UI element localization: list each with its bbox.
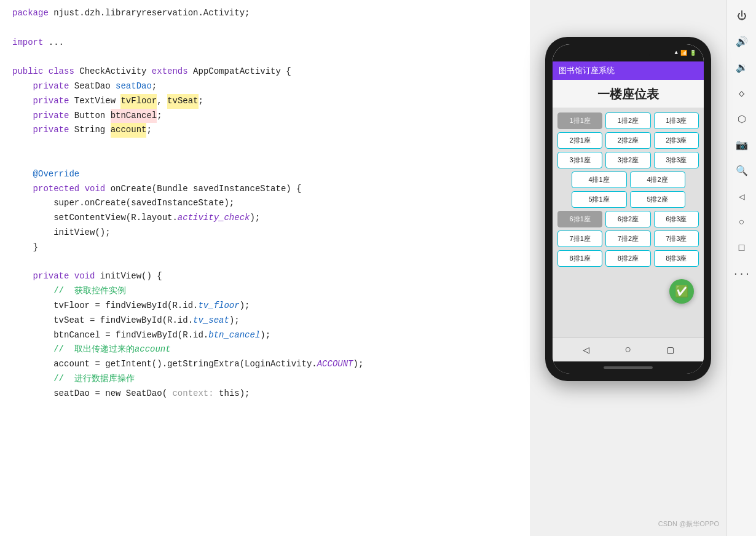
protected-keyword: protected [33, 182, 80, 197]
code-line: private SeatDao seatDao; [12, 79, 518, 94]
camera-icon[interactable]: 📷 [733, 136, 750, 154]
code-line: setContentView(R.layout.activity_check); [12, 211, 518, 226]
keyword: public [12, 65, 49, 79]
seat-3-2[interactable]: 3排2座 [605, 152, 650, 168]
code-line: tvSeat = findViewById(R.id.tv_seat); [12, 313, 518, 328]
seat-3-3[interactable]: 3排3座 [654, 152, 699, 168]
status-icons: ▲ 📶 🔋 [675, 50, 696, 57]
seat-1-3[interactable]: 1排3座 [654, 112, 699, 129]
more-dots-icon[interactable]: ··· [733, 266, 750, 283]
app-title: 一楼座位表 [553, 80, 704, 108]
seat-2-1[interactable]: 2排1座 [557, 132, 602, 149]
seat-5-1[interactable]: 5排1座 [572, 191, 627, 208]
code-line: private String account; [12, 123, 518, 138]
code-line: seatDao = new SeatDao( context: this); [12, 387, 518, 401]
code-area: package njust.dzh.libraryreservation.Act… [0, 0, 530, 536]
keyword: package [12, 6, 53, 21]
zoom-icon[interactable]: 🔍 [733, 162, 750, 179]
code-line: // 获取控件实例 [12, 284, 518, 299]
phone-screen: 2:37 ▲ 📶 🔋 图书馆订座系统 一楼座位表 1排1座 1排2 [553, 44, 704, 374]
seat-row-1: 1排1座 1排2座 1排3座 [557, 112, 699, 129]
seat-4-2[interactable]: 4排2座 [630, 171, 685, 188]
seat-1-1[interactable]: 1排1座 [557, 112, 602, 129]
code-line: super.onCreate(savedInstanceState); [12, 196, 518, 211]
code-line [12, 152, 518, 167]
seat-8-1[interactable]: 8排1座 [557, 250, 602, 267]
seat-7-2[interactable]: 7排2座 [605, 231, 650, 247]
seat-5-2[interactable]: 5排2座 [630, 191, 685, 208]
fab-button[interactable]: ✅ [669, 279, 694, 304]
nav-home-icon[interactable]: ○ [625, 344, 632, 356]
right-sidebar: ⏻ 🔊 🔉 ◇ ⬡ 📷 🔍 ◁ ○ □ ··· [726, 0, 756, 536]
seat-1-2[interactable]: 1排2座 [605, 112, 650, 129]
phone-notch [607, 49, 650, 61]
code-line: // 进行数据库操作 [12, 372, 518, 387]
seat-row-2: 2排1座 2排2座 2排3座 [557, 132, 699, 149]
phone-area: 2:37 ▲ 📶 🔋 图书馆订座系统 一楼座位表 1排1座 1排2 [530, 0, 726, 536]
home-bar [553, 361, 704, 374]
code-line: private void initView() { [12, 269, 518, 284]
power-icon[interactable]: ⏻ [733, 7, 750, 25]
seat-row-3: 3排1座 3排2座 3排3座 [557, 152, 699, 168]
seat-6-1[interactable]: 6排1座 [557, 211, 602, 227]
seat-7-3[interactable]: 7排3座 [654, 231, 699, 247]
code-line: // 取出传递过来的account [12, 342, 518, 357]
code-line: @Override [12, 167, 518, 182]
code-line: account = getIntent().getStringExtra(Log… [12, 357, 518, 372]
square-icon[interactable]: □ [733, 240, 750, 257]
nav-back-icon[interactable]: ◁ [583, 343, 589, 357]
code-line [12, 138, 518, 152]
seat-8-2[interactable]: 8排2座 [605, 250, 650, 267]
code-line: import ... [12, 36, 518, 50]
seat-2-2[interactable]: 2排2座 [605, 132, 650, 149]
app-name: 图书馆订座系统 [559, 66, 615, 75]
keyword: import [12, 36, 49, 50]
eraser-icon[interactable]: ⬡ [733, 111, 750, 128]
seat-7-1[interactable]: 7排1座 [557, 231, 602, 247]
nav-bar: ◁ ○ ▢ [553, 337, 704, 361]
seat-row-8: 8排1座 8排2座 8排3座 [557, 250, 699, 267]
seat-6-2[interactable]: 6排2座 [605, 211, 650, 227]
comment: // 获取控件实例 [12, 284, 126, 299]
seat-3-1[interactable]: 3排1座 [557, 152, 602, 168]
code-line: protected void onCreate(Bundle savedInst… [12, 182, 518, 197]
diamond-icon[interactable]: ◇ [733, 85, 750, 102]
code-line: private TextView tvFloor, tvSeat; [12, 94, 518, 109]
back-icon[interactable]: ◁ [733, 188, 750, 205]
home-icon[interactable]: ○ [733, 214, 750, 231]
code-line: initView(); [12, 226, 518, 240]
seat-row-5: 5排1座 5排2座 [557, 191, 699, 208]
seat-2-3[interactable]: 2排3座 [654, 132, 699, 149]
volume-down-icon[interactable]: 🔉 [733, 59, 750, 76]
code-line [12, 255, 518, 270]
seat-grid[interactable]: 1排1座 1排2座 1排3座 2排1座 2排2座 2排3座 3排1座 3排2座 … [553, 108, 704, 337]
code-line [12, 50, 518, 65]
code-line [12, 21, 518, 36]
code-line: public class CheckActivity extends AppCo… [12, 65, 518, 79]
seat-6-3[interactable]: 6排3座 [654, 211, 699, 227]
seat-row-7: 7排1座 7排2座 7排3座 [557, 231, 699, 247]
code-line: private Button btnCancel; [12, 109, 518, 124]
code-line: btnCancel = findViewById(R.id.btn_cancel… [12, 328, 518, 343]
seat-8-3[interactable]: 8排3座 [654, 250, 699, 267]
code-line: tvFloor = findViewById(R.id.tv_floor); [12, 299, 518, 313]
seat-row-6: 6排1座 6排2座 6排3座 [557, 211, 699, 227]
volume-up-icon[interactable]: 🔊 [733, 33, 750, 50]
code-line: package njust.dzh.libraryreservation.Act… [12, 6, 518, 21]
nav-recents-icon[interactable]: ▢ [667, 343, 674, 357]
code-line: } [12, 240, 518, 255]
phone-device: 2:37 ▲ 📶 🔋 图书馆订座系统 一楼座位表 1排1座 1排2 [545, 37, 711, 381]
home-bar-pill [604, 366, 653, 369]
app-header: 图书馆订座系统 [553, 61, 704, 80]
csdn-watermark: CSDN @振华OPPO [658, 519, 719, 529]
seat-row-4: 4排1座 4排2座 [557, 171, 699, 188]
seat-4-1[interactable]: 4排1座 [572, 171, 627, 188]
annotation: @Override [12, 167, 79, 182]
